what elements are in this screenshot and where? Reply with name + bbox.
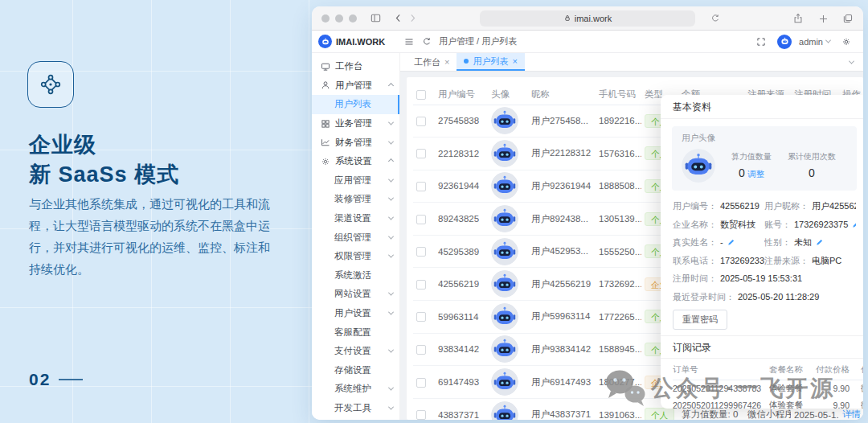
tab-label: 工作台 — [414, 56, 440, 68]
forward-icon[interactable] — [405, 11, 420, 26]
nickname-cell: 用户42556219 — [528, 268, 596, 301]
row-checkbox[interactable] — [416, 215, 426, 224]
field-value: 2025-05-19 15:53:31 — [720, 269, 802, 288]
sidebar-item-6[interactable]: 应用管理 — [312, 171, 399, 191]
collapse-menu-icon[interactable] — [404, 37, 414, 47]
settings-gear-icon[interactable] — [841, 37, 851, 47]
sidebar-item-15[interactable]: 支付设置 — [312, 342, 399, 361]
user-avatar-icon — [491, 401, 518, 420]
breadcrumb[interactable]: 用户管理 / 用户列表 — [439, 35, 517, 47]
chevron-down-icon — [388, 405, 394, 410]
sidebar-item-label: 开发工具 — [334, 402, 371, 414]
browser-window: imai.work IMAI.WORK — [312, 6, 863, 420]
order-no-cell: 2025052011294338783 — [673, 380, 769, 396]
sidebar-item-0[interactable]: 工作台 — [312, 57, 399, 76]
row-checkbox[interactable] — [416, 410, 426, 420]
row-checkbox[interactable] — [416, 312, 426, 322]
user-id-cell: 42556219 — [435, 268, 488, 301]
phone-cell: 1892216... — [596, 105, 641, 138]
edit-pencil-icon[interactable] — [816, 238, 824, 246]
refresh-page-icon[interactable] — [422, 37, 432, 47]
fullscreen-icon[interactable] — [756, 37, 766, 47]
sidebar-item-label: 支付设置 — [334, 345, 371, 357]
tab-bar: 工作台×用户列表× — [400, 53, 863, 72]
admin-menu[interactable]: admin — [799, 37, 830, 47]
sub-column-header: 付款渠道 — [861, 360, 863, 380]
sidebar-item-2[interactable]: 用户列表 — [312, 95, 399, 114]
tab-0[interactable]: 工作台× — [407, 53, 457, 71]
sidebar-item-4[interactable]: 财务管理 — [312, 133, 399, 152]
traffic-lights[interactable] — [321, 14, 357, 23]
tab-overview-icon[interactable] — [841, 11, 855, 26]
price-cell: 9.90 — [816, 396, 861, 409]
chevron-up-icon — [388, 158, 394, 164]
browser-sidebar-toggle-icon[interactable] — [368, 11, 383, 26]
user-avatar-icon — [491, 172, 518, 199]
close-tab-icon[interactable]: × — [444, 57, 449, 67]
sidebar-item-13[interactable]: 用户设置 — [312, 304, 399, 323]
sidebar-item-16[interactable]: 存储设置 — [312, 361, 399, 380]
sidebar-item-17[interactable]: 系统维护 — [312, 380, 399, 399]
detail-field: 用户昵称：用户42556219 — [764, 197, 856, 216]
detail-link[interactable]: 详情 — [842, 409, 861, 419]
reload-icon[interactable] — [708, 11, 723, 26]
nickname-cell: 用户22128312 — [528, 138, 596, 170]
new-tab-icon[interactable] — [816, 11, 830, 26]
minimize-window-icon[interactable] — [335, 14, 343, 23]
user-avatar-icon[interactable] — [777, 35, 792, 49]
field-value: 用户42556219 — [812, 197, 856, 216]
tab-list-chevron-icon[interactable] — [849, 59, 854, 64]
detail-field: 企业名称：数贸科技 — [673, 216, 764, 234]
row-checkbox[interactable] — [416, 117, 426, 126]
edit-pencil-icon[interactable] — [727, 238, 735, 246]
user-summary-box: 用户头像 算力值数量0调整累计使用次数0累计充值金额¥0会员类型企业调整 — [672, 126, 857, 191]
row-checkbox[interactable] — [416, 345, 426, 355]
sidebar-item-11[interactable]: 系统激活 — [312, 266, 399, 285]
column-header: 昵称 — [528, 84, 596, 105]
sidebar-item-3[interactable]: 业务管理 — [312, 114, 399, 133]
sidebar-item-5[interactable]: 系统设置 — [312, 152, 399, 171]
sidebar-item-18[interactable]: 开发工具 — [312, 399, 399, 418]
edit-pencil-icon[interactable] — [852, 220, 856, 228]
user-avatar-icon — [491, 303, 518, 331]
detail-field: 用户编号：42556219 — [673, 197, 764, 216]
subscription-row: 2025052011299967426体验套餐9.90微信支付100 — [673, 396, 863, 409]
browser-chrome: imai.work — [312, 6, 863, 31]
sidebar-item-14[interactable]: 客服配置 — [312, 322, 399, 342]
zoom-window-icon[interactable] — [349, 14, 357, 23]
sidebar-item-9[interactable]: 组织管理 — [312, 228, 399, 247]
address-bar[interactable]: imai.work — [480, 10, 695, 27]
app-header: IMAI.WORK 用户管理 / 用户列表 admin — [312, 31, 863, 53]
close-window-icon[interactable] — [321, 14, 330, 23]
row-checkbox[interactable] — [416, 182, 426, 191]
sidebar-item-1[interactable]: 用户管理 — [312, 76, 399, 96]
row-checkbox[interactable] — [416, 247, 426, 257]
sidebar-item-10[interactable]: 权限管理 — [312, 247, 399, 266]
robot-logo-icon — [318, 35, 332, 48]
phone-cell: 1305139... — [596, 203, 641, 236]
column-header: 用户编号 — [435, 84, 488, 105]
sidebar-item-7[interactable]: 装修管理 — [312, 190, 399, 209]
tab-label: 用户列表 — [473, 55, 508, 68]
reset-password-button[interactable]: 重置密码 — [673, 310, 727, 330]
sidebar-item-12[interactable]: 网站设置 — [312, 285, 399, 304]
sidebar-item-label: 应用管理 — [334, 175, 371, 187]
subscription-table: 订单号套餐名称付款价格付款渠道算力值数量 2025052011294338783… — [673, 360, 863, 409]
sidebar-item-label: 用户管理 — [335, 80, 372, 92]
row-checkbox[interactable] — [416, 280, 426, 290]
sidebar-item-8[interactable]: 渠道设置 — [312, 209, 399, 228]
detail-fields: 用户编号：42556219用户昵称：用户42556219企业名称：数贸科技账号：… — [661, 192, 863, 306]
sidebar-item-label: 用户设置 — [334, 307, 371, 319]
adjust-link[interactable]: 调整 — [747, 169, 764, 179]
back-icon[interactable] — [391, 11, 405, 26]
app-logo[interactable]: IMAI.WORK — [312, 35, 400, 48]
select-all-checkbox[interactable] — [416, 90, 426, 100]
row-checkbox[interactable] — [416, 149, 426, 158]
sidebar-item-label: 工作台 — [335, 60, 363, 72]
share-icon[interactable] — [791, 11, 805, 26]
detail-panel-title: 基本资料 — [661, 95, 863, 119]
settings-icon — [321, 157, 330, 166]
tab-1[interactable]: 用户列表× — [457, 53, 524, 71]
close-tab-icon[interactable]: × — [512, 56, 517, 66]
row-checkbox[interactable] — [416, 378, 426, 388]
